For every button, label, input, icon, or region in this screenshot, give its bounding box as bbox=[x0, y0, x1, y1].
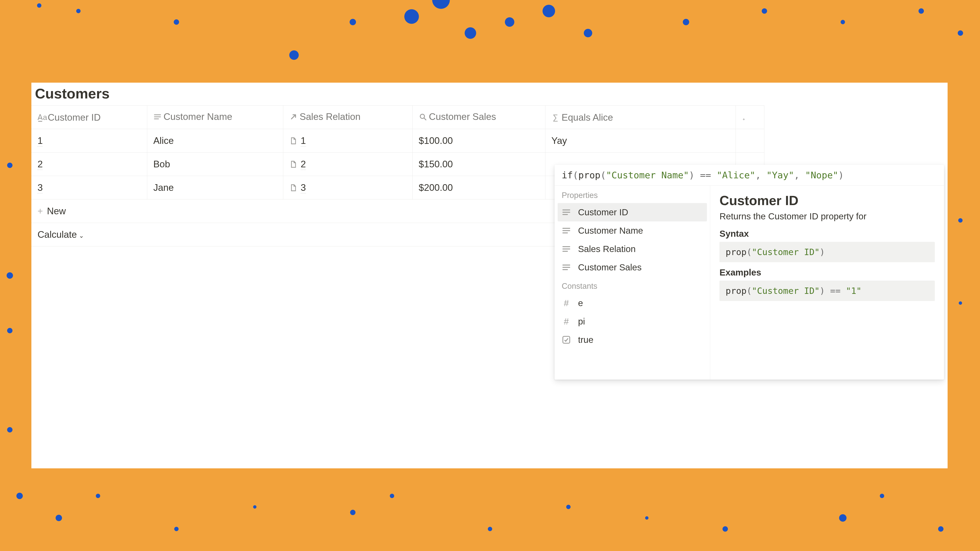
page-icon bbox=[290, 137, 298, 145]
relation-arrow-icon bbox=[290, 113, 298, 121]
column-header-customer-name[interactable]: Customer Name bbox=[147, 106, 283, 129]
option-label: e bbox=[578, 298, 583, 308]
docs-syntax-label: Syntax bbox=[719, 229, 935, 239]
hash-icon: # bbox=[564, 298, 569, 308]
suggestion-property[interactable]: Sales Relation bbox=[555, 240, 710, 258]
option-label: pi bbox=[578, 316, 585, 327]
docs-example-code: prop("Customer ID") == "1" bbox=[719, 281, 935, 301]
suggestion-constant[interactable]: #pi bbox=[555, 312, 710, 330]
formula-token: prop bbox=[725, 286, 746, 296]
formula-token: ) bbox=[820, 286, 830, 296]
suggestion-property[interactable]: Customer Name bbox=[555, 221, 710, 240]
column-label: Sales Relation bbox=[300, 111, 361, 122]
suggestion-property[interactable]: Customer Sales bbox=[555, 258, 710, 276]
formula-editor-popover: if(prop("Customer Name") == "Alice", "Ya… bbox=[555, 165, 944, 380]
cell-empty bbox=[736, 129, 764, 152]
formula-input[interactable]: if(prop("Customer Name") == "Alice", "Ya… bbox=[555, 165, 944, 186]
formula-suggestions-list: Properties Customer IDCustomer NameSales… bbox=[555, 186, 710, 380]
docs-description: Returns the Customer ID property for bbox=[719, 211, 935, 221]
table-row[interactable]: 1Alice1$100.00Yay bbox=[32, 129, 764, 152]
docs-syntax-code: prop("Customer ID") bbox=[719, 242, 935, 262]
cell-customer-id[interactable]: 2 bbox=[32, 152, 147, 176]
formula-token: ( bbox=[746, 247, 752, 257]
cell-customer-sales[interactable]: $150.00 bbox=[412, 152, 545, 176]
plus-icon: ＋ bbox=[742, 117, 746, 121]
formula-token: "Customer ID" bbox=[752, 286, 820, 296]
calculate-label: Calculate bbox=[38, 229, 77, 240]
column-label: Customer Name bbox=[164, 111, 232, 122]
formula-token: , bbox=[756, 170, 767, 180]
checkbox-icon bbox=[562, 335, 571, 345]
column-label: Equals Alice bbox=[562, 112, 613, 123]
formula-token: == bbox=[830, 286, 846, 296]
text-lines-icon bbox=[562, 263, 571, 272]
constants-section-label: Constants bbox=[555, 276, 710, 294]
formula-sigma-icon: ∑ bbox=[552, 114, 560, 122]
cell-sales-relation[interactable]: 3 bbox=[283, 176, 412, 200]
table-header-row: A̲a Customer ID Customer Name Sales Rela… bbox=[32, 106, 764, 129]
text-lines-icon bbox=[562, 208, 571, 217]
formula-token: if bbox=[562, 170, 573, 180]
chevron-down-icon: ⌄ bbox=[79, 232, 84, 239]
text-lines-icon bbox=[562, 226, 571, 235]
formula-token: "Alice" bbox=[717, 170, 756, 180]
formula-token: prop bbox=[725, 247, 746, 257]
docs-title: Customer ID bbox=[719, 193, 935, 208]
cell-customer-sales[interactable]: $100.00 bbox=[412, 129, 545, 152]
formula-token: "Customer ID" bbox=[752, 247, 820, 257]
page-icon bbox=[290, 184, 298, 192]
formula-token: , bbox=[794, 170, 805, 180]
formula-token: ) bbox=[820, 247, 825, 257]
cell-customer-id[interactable]: 1 bbox=[32, 129, 147, 152]
properties-section-label: Properties bbox=[555, 186, 710, 203]
column-header-equals-alice[interactable]: ∑ Equals Alice bbox=[545, 106, 736, 129]
cell-sales-relation[interactable]: 1 bbox=[283, 129, 412, 152]
formula-token: ( bbox=[600, 170, 606, 180]
suggestion-constant[interactable]: true bbox=[555, 330, 710, 349]
column-header-customer-sales[interactable]: Customer Sales bbox=[412, 106, 545, 129]
plus-icon: + bbox=[38, 206, 43, 216]
column-header-sales-relation[interactable]: Sales Relation bbox=[283, 106, 412, 129]
option-label: Customer Sales bbox=[578, 262, 641, 272]
formula-token: "1" bbox=[846, 286, 861, 296]
text-lines-icon bbox=[562, 245, 571, 254]
column-label: Customer Sales bbox=[429, 111, 496, 122]
suggestion-constant[interactable]: #e bbox=[555, 294, 710, 312]
cell-customer-name[interactable]: Bob bbox=[147, 152, 283, 176]
formula-token: ) == bbox=[689, 170, 717, 180]
formula-token: "Nope" bbox=[805, 170, 838, 180]
cell-equals-alice[interactable]: Yay bbox=[545, 129, 736, 152]
cell-customer-id[interactable]: 3 bbox=[32, 176, 147, 200]
suggestion-property[interactable]: Customer ID bbox=[558, 203, 707, 221]
formula-token: ) bbox=[838, 170, 844, 180]
docs-examples-label: Examples bbox=[719, 267, 935, 278]
rollup-search-icon bbox=[419, 113, 427, 121]
text-lines-icon bbox=[153, 113, 162, 121]
database-panel: Customers A̲a Customer ID Customer Name bbox=[32, 83, 948, 468]
add-column-button[interactable]: ＋ bbox=[736, 106, 764, 129]
hash-icon: # bbox=[564, 316, 569, 327]
cell-sales-relation[interactable]: 2 bbox=[283, 152, 412, 176]
cell-customer-name[interactable]: Alice bbox=[147, 129, 283, 152]
formula-token: "Customer Name" bbox=[606, 170, 689, 180]
new-row-label: New bbox=[47, 206, 66, 216]
database-title: Customers bbox=[32, 83, 948, 105]
option-label: Customer Name bbox=[578, 225, 643, 236]
formula-token: ( bbox=[573, 170, 578, 180]
formula-token: "Yay" bbox=[767, 170, 794, 180]
cell-customer-sales[interactable]: $200.00 bbox=[412, 176, 545, 200]
column-header-customer-id[interactable]: A̲a Customer ID bbox=[32, 106, 147, 129]
page-icon bbox=[290, 160, 298, 168]
formula-token: prop bbox=[578, 170, 600, 180]
option-label: true bbox=[578, 335, 593, 345]
cell-customer-name[interactable]: Jane bbox=[147, 176, 283, 200]
formula-docs-pane: Customer ID Returns the Customer ID prop… bbox=[710, 186, 944, 380]
formula-token: ( bbox=[746, 286, 752, 296]
option-label: Customer ID bbox=[578, 207, 628, 218]
text-aa-icon: A̲a bbox=[38, 114, 46, 122]
column-label: Customer ID bbox=[48, 112, 101, 123]
option-label: Sales Relation bbox=[578, 244, 636, 254]
